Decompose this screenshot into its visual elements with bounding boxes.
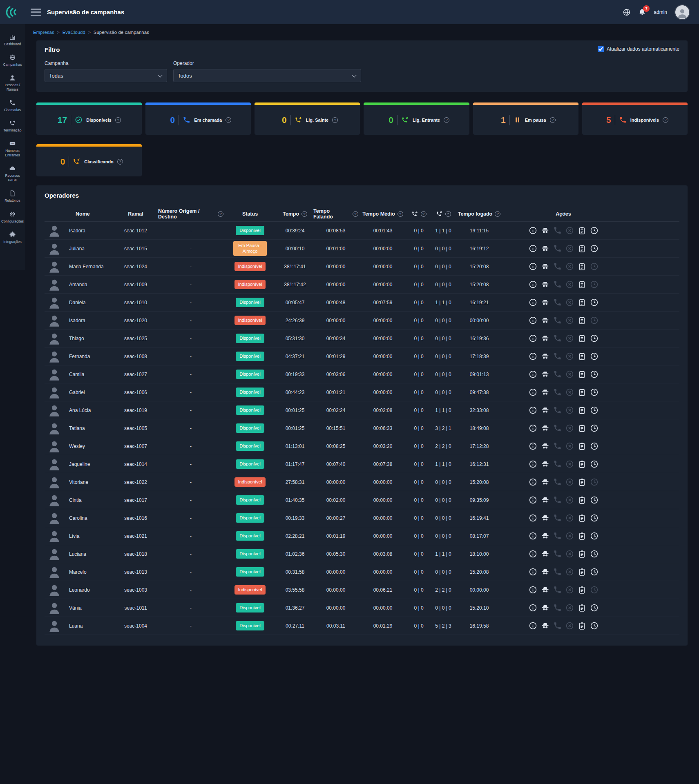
help-icon[interactable]: ? bbox=[550, 117, 556, 123]
row-info-button[interactable] bbox=[529, 388, 537, 396]
row-listen-button[interactable] bbox=[541, 388, 549, 396]
app-logo[interactable] bbox=[0, 0, 25, 24]
table-row[interactable]: Fernanda seac-1008 - Disponível 04:37:21… bbox=[45, 347, 679, 365]
row-listen-button[interactable] bbox=[541, 406, 549, 414]
row-listen-button[interactable] bbox=[541, 424, 549, 432]
row-listen-button[interactable] bbox=[541, 244, 549, 253]
row-report-button[interactable] bbox=[578, 244, 586, 253]
row-info-button[interactable] bbox=[529, 280, 537, 289]
table-row[interactable]: Thiago seac-1025 - Disponível 05:31:30 0… bbox=[45, 330, 679, 347]
help-icon[interactable]: ? bbox=[115, 117, 121, 123]
row-report-button[interactable] bbox=[578, 550, 586, 558]
row-report-button[interactable] bbox=[578, 586, 586, 594]
row-report-button[interactable] bbox=[578, 280, 586, 289]
row-info-button[interactable] bbox=[529, 226, 537, 235]
sidebar-item-chamadas[interactable]: Chamadas bbox=[0, 96, 25, 116]
row-report-button[interactable] bbox=[578, 442, 586, 450]
help-icon[interactable]: ? bbox=[226, 117, 231, 123]
sidebar-item-recursos-pabx[interactable]: Recursos PABX bbox=[0, 161, 25, 186]
sidebar-item-numeros-entrantes[interactable]: 123 Números Entrantes bbox=[0, 136, 25, 161]
table-row[interactable]: Isadora seac-1020 - Indisponível 24:26:3… bbox=[45, 312, 679, 330]
row-listen-button[interactable] bbox=[541, 442, 549, 450]
row-info-button[interactable] bbox=[529, 478, 537, 486]
row-listen-button[interactable] bbox=[541, 334, 549, 343]
table-row[interactable]: Marcelo seac-1013 - Disponível 00:31:58 … bbox=[45, 563, 679, 581]
row-info-button[interactable] bbox=[529, 424, 537, 432]
help-icon[interactable]: ? bbox=[218, 211, 223, 217]
row-history-button[interactable] bbox=[590, 352, 599, 361]
table-row[interactable]: Juliana seac-1015 - Em Pausa - Almoço 00… bbox=[45, 240, 679, 258]
row-listen-button[interactable] bbox=[541, 280, 549, 289]
table-row[interactable]: Ana Lúcia seac-1019 - Disponível 00:01:2… bbox=[45, 401, 679, 419]
row-history-button[interactable] bbox=[590, 244, 599, 253]
row-history-button[interactable] bbox=[590, 621, 599, 630]
table-row[interactable]: Luana seac-1004 - Disponível 00:27:11 00… bbox=[45, 617, 679, 635]
row-listen-button[interactable] bbox=[541, 262, 549, 271]
row-report-button[interactable] bbox=[578, 568, 586, 576]
table-row[interactable]: Carolina seac-1016 - Disponível 00:19:33… bbox=[45, 509, 679, 527]
row-info-button[interactable] bbox=[529, 568, 537, 576]
row-info-button[interactable] bbox=[529, 550, 537, 558]
row-listen-button[interactable] bbox=[541, 352, 549, 361]
row-listen-button[interactable] bbox=[541, 604, 549, 612]
sidebar-item-configuracoes[interactable]: Configurações bbox=[0, 207, 25, 227]
row-listen-button[interactable] bbox=[541, 298, 549, 307]
row-report-button[interactable] bbox=[578, 316, 586, 325]
help-icon[interactable]: ? bbox=[421, 211, 427, 217]
row-history-button[interactable] bbox=[590, 568, 599, 576]
help-icon[interactable]: ? bbox=[445, 211, 451, 217]
row-info-button[interactable] bbox=[529, 460, 537, 468]
row-report-button[interactable] bbox=[578, 406, 586, 414]
row-listen-button[interactable] bbox=[541, 586, 549, 594]
help-icon[interactable]: ? bbox=[663, 117, 668, 123]
table-row[interactable]: Wesley seac-1007 - Disponível 01:13:01 0… bbox=[45, 437, 679, 455]
row-history-button[interactable] bbox=[590, 460, 599, 468]
row-info-button[interactable] bbox=[529, 244, 537, 253]
table-row[interactable]: Daniela seac-1010 - Disponível 00:05:47 … bbox=[45, 294, 679, 312]
sidebar-item-terminacao[interactable]: Terminação bbox=[0, 116, 25, 136]
help-icon[interactable]: ? bbox=[353, 211, 358, 217]
row-report-button[interactable] bbox=[578, 334, 586, 343]
row-info-button[interactable] bbox=[529, 604, 537, 612]
row-listen-button[interactable] bbox=[541, 370, 549, 379]
help-icon[interactable]: ? bbox=[301, 211, 307, 217]
row-report-button[interactable] bbox=[578, 370, 586, 379]
row-history-button[interactable] bbox=[590, 424, 599, 432]
table-row[interactable]: Vânia seac-1011 - Disponível 01:36:27 00… bbox=[45, 599, 679, 617]
row-report-button[interactable] bbox=[578, 532, 586, 540]
row-listen-button[interactable] bbox=[541, 478, 549, 486]
row-info-button[interactable] bbox=[529, 514, 537, 522]
help-icon[interactable]: ? bbox=[332, 117, 338, 123]
row-listen-button[interactable] bbox=[541, 532, 549, 540]
row-report-button[interactable] bbox=[578, 424, 586, 432]
row-history-button[interactable] bbox=[590, 550, 599, 558]
table-row[interactable]: Amanda seac-1009 - Indisponível 381:17:4… bbox=[45, 276, 679, 294]
table-row[interactable]: Leonardo seac-1003 - Indisponível 03:55:… bbox=[45, 581, 679, 599]
table-row[interactable]: Gabriel seac-1006 - Disponível 00:44:23 … bbox=[45, 383, 679, 401]
table-row[interactable]: Luciana seac-1018 - Disponível 01:02:36 … bbox=[45, 545, 679, 563]
row-info-button[interactable] bbox=[529, 316, 537, 325]
row-report-button[interactable] bbox=[578, 460, 586, 468]
row-info-button[interactable] bbox=[529, 586, 537, 594]
row-history-button[interactable] bbox=[590, 226, 599, 235]
help-icon[interactable]: ? bbox=[117, 159, 123, 165]
row-info-button[interactable] bbox=[529, 370, 537, 379]
row-history-button[interactable] bbox=[590, 604, 599, 612]
row-history-button[interactable] bbox=[590, 496, 599, 504]
row-listen-button[interactable] bbox=[541, 226, 549, 235]
help-icon[interactable]: ? bbox=[398, 211, 403, 217]
row-report-button[interactable] bbox=[578, 388, 586, 396]
table-row[interactable]: Vitoriane seac-1022 - Indisponível 27:58… bbox=[45, 473, 679, 491]
row-listen-button[interactable] bbox=[541, 621, 549, 630]
menu-toggle-button[interactable] bbox=[31, 8, 41, 16]
row-info-button[interactable] bbox=[529, 352, 537, 361]
row-listen-button[interactable] bbox=[541, 316, 549, 325]
row-listen-button[interactable] bbox=[541, 550, 549, 558]
row-report-button[interactable] bbox=[578, 262, 586, 271]
sidebar-item-integracoes[interactable]: Integrações bbox=[0, 227, 25, 248]
row-history-button[interactable] bbox=[590, 370, 599, 379]
sidebar-item-relatorios[interactable]: Relatórios bbox=[0, 186, 25, 207]
row-history-button[interactable] bbox=[590, 298, 599, 307]
row-history-button[interactable] bbox=[590, 406, 599, 414]
table-row[interactable]: Tatiana seac-1005 - Disponível 00:01:25 … bbox=[45, 419, 679, 437]
